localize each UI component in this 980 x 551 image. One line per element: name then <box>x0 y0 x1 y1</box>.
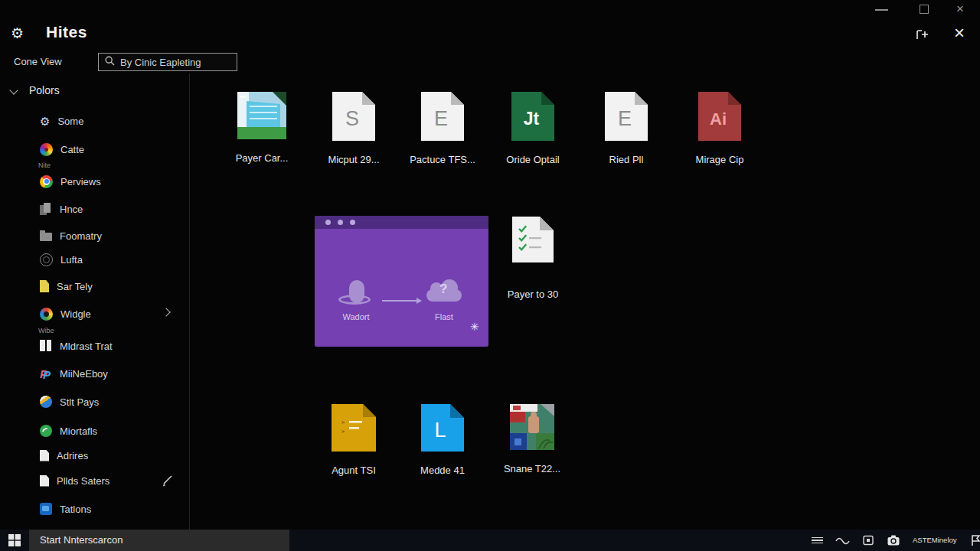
file-tile[interactable]: Payer Car... <box>216 92 308 164</box>
file-label: Mirage Cip <box>696 154 744 165</box>
status-line-1: ASTE <box>913 536 932 544</box>
settings-gear-icon[interactable]: ⚙ <box>11 24 24 42</box>
promo-cloud-label: Flast <box>413 312 475 321</box>
file-label: Payer Car... <box>236 152 289 164</box>
page-title: Hites <box>46 23 87 41</box>
sidebar-item-label: Widgle <box>60 308 91 320</box>
status-line-2: Mineloy <box>932 536 957 544</box>
gear-icon: ⚙ <box>40 116 50 127</box>
sidebar-item-sar-tely[interactable]: Sar Tely <box>40 279 93 294</box>
lens-icon <box>40 253 53 266</box>
start-label: Start Nnterscarcon <box>40 530 122 551</box>
promo-card[interactable]: Wadort ? Flast ✳ <box>315 216 488 347</box>
file-tile[interactable]: Agunt TSI <box>308 404 400 476</box>
sidebar-item-label: Tatlons <box>60 504 91 515</box>
camera-icon[interactable] <box>887 534 900 546</box>
file-tile[interactable]: E Pactuce TFS... <box>397 92 488 165</box>
sidebar-item-catte[interactable]: Catte <box>40 142 84 157</box>
file-label: Oride Optail <box>506 154 559 165</box>
file-label: Ried Pll <box>609 154 644 165</box>
start-search-bar[interactable]: Start Nnterscarcon <box>29 530 289 551</box>
sparkle-icon: ✳ <box>470 321 479 333</box>
sidebar-item-tatlons[interactable]: Tatlons <box>40 501 91 517</box>
arrow-right-icon <box>382 300 417 302</box>
maximize-icon[interactable] <box>920 5 929 14</box>
wave-icon[interactable] <box>835 535 850 546</box>
promo-mic-label: Wadort <box>325 312 387 321</box>
tray-status-text[interactable]: ASTE Mineloy <box>913 536 957 544</box>
search-input[interactable] <box>120 57 255 68</box>
pages-icon <box>40 203 52 216</box>
sidebar-item-widgle[interactable]: Widgle <box>40 306 91 321</box>
blue-doc-icon: L <box>421 404 464 455</box>
file-tile[interactable]: Ai Mirage Cip <box>674 92 766 165</box>
window-close-icon[interactable]: × <box>956 2 964 17</box>
badge-icon[interactable] <box>862 534 874 546</box>
file-tile[interactable]: S Micput 29... <box>308 92 400 165</box>
pinwheel-icon <box>40 143 53 156</box>
close-icon[interactable]: × <box>954 22 965 44</box>
sidebar-item-pllds-saters[interactable]: Pllds Saters <box>40 473 109 488</box>
windows-start-icon[interactable] <box>8 534 21 549</box>
sidebar-item-label: Pllds Saters <box>57 475 109 487</box>
checklist-doc-icon <box>512 217 554 266</box>
white-doc-icon: E <box>605 92 648 144</box>
blue-app-icon <box>40 503 52 515</box>
file-label: Micput 29... <box>328 154 379 165</box>
view-mode-label[interactable]: Cone View <box>14 56 62 67</box>
file-label: Payer to 30 <box>508 289 559 300</box>
minimize-icon[interactable] <box>875 9 888 11</box>
search-box[interactable] <box>98 53 237 71</box>
window-dot-icon <box>325 220 331 225</box>
file-label: Medde 41 <box>420 465 465 476</box>
svg-text:E: E <box>618 107 632 130</box>
sidebar-item-label: Miortafls <box>60 425 97 437</box>
window-dot-icon <box>350 220 355 225</box>
file-label: Agunt TSI <box>332 465 376 476</box>
sidebar-item-stlt-pays[interactable]: Stlt Pays <box>40 394 99 409</box>
green-doc-icon: Jt <box>511 92 554 144</box>
sidebar-section-label: Wibe <box>38 327 54 334</box>
sidebar-item-miineeboy[interactable]: MiiNeEboy <box>40 366 108 381</box>
white-doc-icon: S <box>332 92 375 144</box>
sidebar-item-perviews[interactable]: Perviews <box>40 174 101 189</box>
file-icon <box>40 450 49 461</box>
sidebar-root-polors[interactable]: Polors <box>11 84 60 96</box>
sidebar-item-label: Adrires <box>57 450 88 461</box>
chevron-right-icon[interactable] <box>162 308 170 316</box>
svg-text:E: E <box>434 107 448 130</box>
sidebar-item-miortafls[interactable]: Miortafls <box>40 423 97 439</box>
sidebar-item-some[interactable]: ⚙ Some <box>40 113 83 129</box>
svg-text:Ai: Ai <box>710 109 727 129</box>
gold-doc-icon <box>332 404 376 455</box>
app-window: × ⚙ Hites × Cone View Polors ⚙ Some Catt… <box>0 0 980 551</box>
file-tile[interactable]: E Ried Pll <box>580 92 672 165</box>
file-tile[interactable]: Payer to 30 <box>487 217 579 300</box>
sidebar-item-foomatry[interactable]: Foomatry <box>40 228 102 243</box>
photo-thumbnail-icon <box>237 92 286 142</box>
sidebar-item-label: Stlt Pays <box>60 396 99 408</box>
new-window-plus-icon[interactable] <box>915 26 929 44</box>
sidebar-item-lufta[interactable]: Lufta <box>40 252 83 267</box>
sidebar-item-label: Lufta <box>60 254 83 266</box>
sidebar-item-label: MiiNeEboy <box>60 368 108 380</box>
file-tile[interactable]: L Medde 41 <box>397 404 488 476</box>
question-mark-glyph: ? <box>439 282 447 297</box>
menu-icon[interactable] <box>812 536 823 546</box>
sidebar-item-hnce[interactable]: Hnce <box>40 201 83 217</box>
sidebar-item-label: Hnce <box>60 204 83 215</box>
pencil-icon[interactable] <box>161 474 174 490</box>
flag-icon[interactable] <box>969 533 980 547</box>
chevron-down-icon[interactable] <box>9 86 18 94</box>
file-tile[interactable]: Jt Oride Optail <box>487 92 579 165</box>
sidebar-item-label: Some <box>57 116 83 127</box>
sidebar-item-mldrast-trat[interactable]: Mldrast Trat <box>40 338 113 354</box>
file-tile[interactable]: Snane T22... <box>486 404 578 474</box>
sidebar-section-label: Nite <box>38 161 51 169</box>
microphone-icon <box>349 280 364 303</box>
sidebar-item-label: Perviews <box>60 176 101 187</box>
svg-text:L: L <box>434 419 446 442</box>
sidebar-item-adrires[interactable]: Adrires <box>40 448 88 463</box>
browser-icon <box>40 175 53 188</box>
sidebar-divider <box>189 73 190 530</box>
